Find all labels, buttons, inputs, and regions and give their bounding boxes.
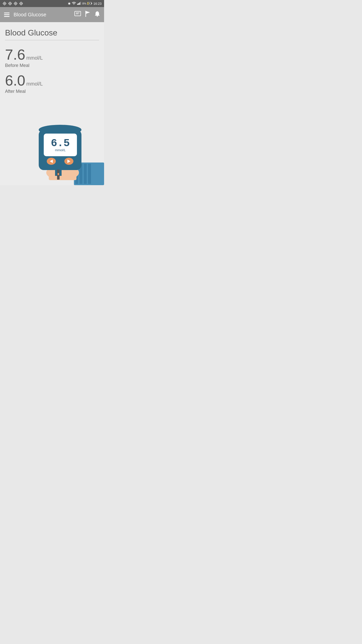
camera4-icon xyxy=(19,2,23,6)
bell-icon[interactable] xyxy=(95,11,100,18)
hamburger-menu-button[interactable] xyxy=(4,13,10,17)
battery-percent: 8% xyxy=(82,2,86,5)
after-meal-number: 6.0 xyxy=(5,73,25,88)
before-meal-number: 7.6 xyxy=(5,47,25,62)
after-meal-value-row: 6.0 mmol/L xyxy=(5,73,99,88)
svg-point-7 xyxy=(10,3,11,4)
glucometer-display-unit: mmol/L xyxy=(55,148,66,152)
svg-point-1 xyxy=(4,3,5,4)
before-meal-unit: mmol/L xyxy=(26,55,43,61)
app-bar: Blood Glucose xyxy=(0,7,104,22)
svg-rect-31 xyxy=(75,11,81,16)
camera1-icon xyxy=(3,2,7,6)
svg-rect-26 xyxy=(79,3,80,5)
main-content: Blood Glucose 7.6 mmol/L Before Meal 6.0… xyxy=(0,22,104,185)
app-bar-title: Blood Glucose xyxy=(14,12,46,18)
section-divider xyxy=(5,40,99,40)
svg-point-13 xyxy=(15,3,16,4)
svg-rect-25 xyxy=(78,3,79,5)
status-right-icons: ✱ 8% xyxy=(68,2,102,6)
glucometer-display-value: 6.5 xyxy=(51,137,70,149)
app-bar-right xyxy=(74,11,100,18)
svg-point-36 xyxy=(97,16,98,17)
status-bar: ✱ 8% xyxy=(0,0,104,7)
svg-rect-41 xyxy=(88,164,91,184)
wifi-icon xyxy=(72,2,76,5)
app-bar-left: Blood Glucose xyxy=(4,12,46,18)
signal-icon xyxy=(77,2,81,5)
glucometer-svg: 6.5 mmol/L xyxy=(19,105,104,185)
svg-rect-27 xyxy=(80,2,81,5)
svg-rect-24 xyxy=(77,4,78,5)
after-meal-reading: 6.0 mmol/L After Meal xyxy=(5,73,99,94)
svg-rect-29 xyxy=(92,3,92,4)
svg-rect-30 xyxy=(88,2,88,5)
time-display: 16:23 xyxy=(93,2,102,6)
svg-point-19 xyxy=(21,3,22,4)
camera3-icon xyxy=(14,2,18,6)
after-meal-unit: mmol/L xyxy=(26,81,43,87)
before-meal-value-row: 7.6 mmol/L xyxy=(5,47,99,62)
page-title: Blood Glucose xyxy=(5,28,99,37)
svg-rect-53 xyxy=(58,173,59,175)
battery-icon xyxy=(87,2,92,5)
svg-rect-40 xyxy=(84,164,87,184)
before-meal-label: Before Meal xyxy=(5,63,99,68)
bluetooth-icon: ✱ xyxy=(68,2,71,6)
status-left-icons xyxy=(3,2,23,6)
message-icon[interactable] xyxy=(74,11,81,18)
flag-icon[interactable] xyxy=(85,11,90,18)
svg-point-50 xyxy=(39,125,81,135)
before-meal-reading: 7.6 mmol/L Before Meal xyxy=(5,47,99,68)
svg-rect-47 xyxy=(49,170,76,180)
glucometer-illustration: 6.5 mmol/L xyxy=(19,105,104,185)
camera2-icon xyxy=(8,2,12,6)
svg-marker-35 xyxy=(86,11,90,14)
after-meal-label: After Meal xyxy=(5,89,99,94)
